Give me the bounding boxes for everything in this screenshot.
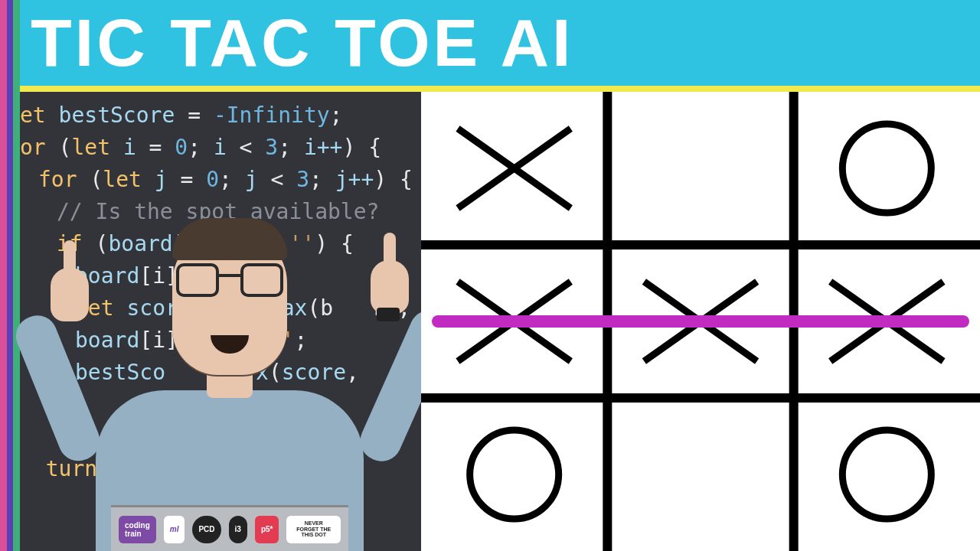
title-text: TIC TAC TOE AI bbox=[31, 4, 573, 82]
code-line: et bestScore = -Infinity; bbox=[20, 99, 421, 132]
presenter-hand-left bbox=[51, 268, 89, 321]
presenter-hand-right bbox=[371, 260, 409, 314]
presenter-figure: coding train ml PCD i3 p5* NEVER FORGET … bbox=[69, 218, 390, 551]
laptop-lid: coding train ml PCD i3 p5* NEVER FORGET … bbox=[111, 505, 348, 551]
presenter-hair bbox=[172, 218, 287, 260]
sticker-p5: p5* bbox=[255, 516, 279, 543]
sticker-this-dot: NEVER FORGET THE THIS DOT bbox=[286, 516, 341, 543]
sticker-pcd: PCD bbox=[192, 516, 220, 543]
svg-point-13 bbox=[470, 430, 559, 519]
sticker-ml: ml bbox=[164, 516, 185, 543]
pointing-finger-left bbox=[64, 240, 76, 276]
svg-point-6 bbox=[842, 124, 931, 213]
left-accent-band bbox=[0, 0, 20, 551]
glasses-icon bbox=[176, 263, 283, 297]
code-line: or (let i = 0; i < 3; i++) { bbox=[20, 132, 421, 164]
tic-tac-toe-board bbox=[421, 92, 980, 551]
code-line: for (let j = 0; j < 3; j++) { bbox=[20, 164, 421, 196]
title-underline bbox=[20, 86, 980, 92]
board-svg bbox=[421, 92, 980, 551]
title-banner: TIC TAC TOE AI bbox=[20, 0, 980, 86]
svg-point-14 bbox=[842, 430, 931, 519]
thumbnail: TIC TAC TOE AI et bestScore = -Infinity;… bbox=[0, 0, 980, 551]
pointing-finger-right bbox=[384, 233, 396, 268]
sticker-coding-train: coding train bbox=[119, 516, 156, 543]
sticker-i3: i3 bbox=[229, 516, 247, 543]
watch-icon bbox=[377, 308, 400, 321]
